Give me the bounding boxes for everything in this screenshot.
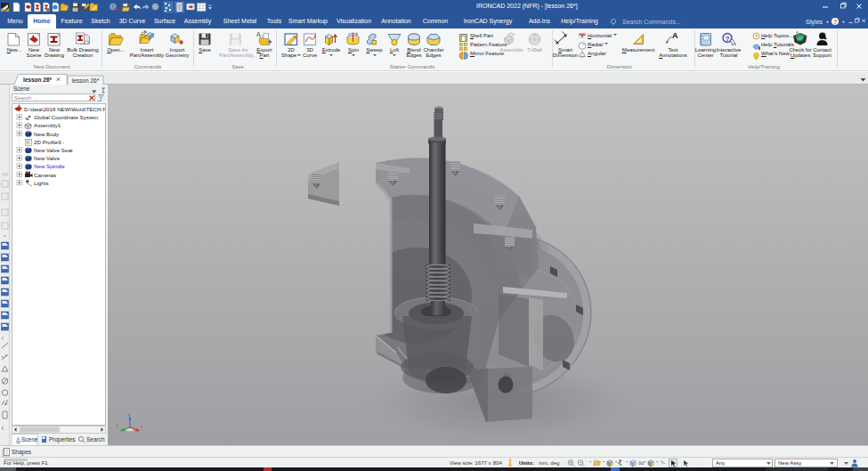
svg-text:?: ?	[726, 35, 730, 43]
svg-text:?: ?	[755, 34, 758, 39]
svg-text:?: ?	[833, 18, 838, 26]
svg-text:6d: 6d	[638, 460, 645, 466]
svg-text:Search Commands...: Search Commands...	[622, 19, 681, 25]
svg-text:Styles: Styles	[806, 19, 823, 26]
svg-text:A: A	[672, 31, 678, 40]
